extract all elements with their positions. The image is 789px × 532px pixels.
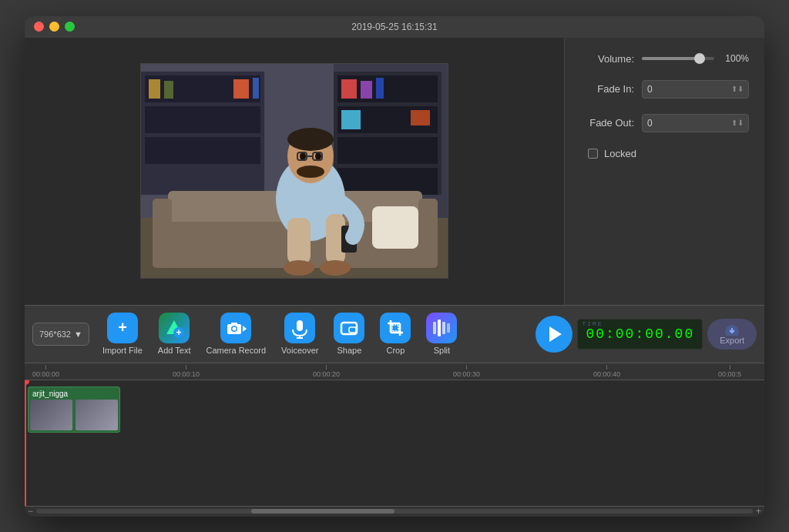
zoom-in-icon[interactable]: + [756,506,761,517]
svg-rect-51 [231,323,237,325]
add-text-icon: + [159,313,190,343]
close-button[interactable] [34,22,44,32]
titlebar: 2019-05-25 16:15:31 [25,16,764,38]
resolution-select[interactable]: 796*632 ▼ [32,323,89,346]
volume-slider-container [642,57,714,60]
svg-rect-8 [376,78,384,99]
fade-out-select[interactable]: 0 ⬆⬇ [642,114,749,132]
minimize-button[interactable] [49,22,59,32]
fade-out-value: 0 [647,118,653,129]
fade-out-label: Fade Out: [580,117,634,129]
timecode-value: 00:00:00.00 [586,326,694,342]
timeline-scrollbar: − + [25,506,764,517]
export-button[interactable]: Export [707,319,757,350]
svg-rect-66 [447,323,450,333]
locked-checkbox[interactable] [588,149,598,159]
svg-rect-64 [438,320,441,336]
mic-icon [284,313,315,343]
svg-rect-65 [442,322,445,334]
svg-rect-15 [145,137,260,164]
svg-rect-19 [253,78,259,99]
svg-rect-25 [153,199,172,268]
svg-point-29 [287,128,334,151]
fade-in-label: Fade In: [580,83,634,95]
timecode-display: TIME 00:00:00.00 [577,319,703,350]
add-text-label: Add Text [158,346,191,355]
svg-point-31 [315,152,321,160]
voiceover-button[interactable]: Voiceover [275,309,324,358]
fade-in-row: Fade In: 0 ⬆⬇ [580,80,749,99]
fade-in-value: 0 [647,84,653,95]
window-controls [34,22,75,32]
camera-record-button[interactable]: Camera Record [200,309,272,358]
timeline-clip[interactable]: arjit_nigga [28,386,120,433]
svg-point-35 [297,166,324,178]
resolution-arrow: ▼ [74,330,82,339]
svg-point-39 [320,260,351,276]
svg-rect-53 [297,320,303,331]
svg-rect-41 [372,206,418,249]
import-label: Import File [102,346,143,355]
timecode-label: TIME [582,320,603,327]
resolution-value: 796*632 [39,330,71,339]
scroll-thumb[interactable] [251,509,394,514]
video-preview [140,63,448,279]
ruler-tick-3: 00:00:30 [453,365,480,378]
shape-icon [334,313,364,343]
window-title: 2019-05-25 16:15:31 [351,22,437,32]
svg-point-50 [233,327,237,331]
shape-button[interactable]: Shape [327,309,371,358]
add-text-button[interactable]: + Add Text [152,309,197,358]
voiceover-label: Voiceover [281,346,318,355]
svg-rect-17 [164,81,173,99]
zoom-out-icon[interactable]: − [28,506,33,517]
preview-area [25,38,564,305]
app-window: 2019-05-25 16:15:31 [25,16,764,517]
svg-rect-23 [168,191,287,214]
ruler-tick-5: 00:00:5 [718,365,741,378]
ruler-tick-2: 00:00:20 [313,365,340,378]
maximize-button[interactable] [65,22,75,32]
import-icon: + [107,313,138,343]
svg-rect-14 [145,106,260,133]
timeline-ruler: 00:00:00 00:00:10 00:00:20 00:00:30 00:0… [25,363,764,380]
split-icon [426,313,457,343]
svg-marker-52 [243,326,247,332]
svg-text:+: + [118,319,127,336]
svg-rect-57 [349,327,356,333]
svg-rect-16 [149,79,160,99]
ruler-tick-0: 00:00:00 [32,365,59,378]
toolbar: 796*632 ▼ + Import File [25,305,764,363]
svg-rect-5 [337,168,438,195]
svg-point-38 [284,260,314,276]
svg-text:+: + [176,327,182,338]
locked-label: Locked [604,148,636,159]
play-button[interactable] [536,316,572,353]
svg-rect-62 [392,325,398,331]
play-controls: TIME 00:00:00.00 Export [536,316,757,353]
import-file-button[interactable]: + Import File [96,309,149,358]
export-icon [724,323,740,336]
fade-out-row: Fade Out: 0 ⬆⬇ [580,114,749,132]
scroll-track[interactable] [36,509,753,514]
volume-row: Volume: 100% [580,53,749,65]
crop-button[interactable]: Crop [374,309,417,358]
svg-rect-63 [433,322,436,334]
volume-value: 100% [722,53,749,64]
ruler-tick-4: 00:00:40 [593,365,620,378]
svg-rect-26 [418,199,438,268]
split-button[interactable]: Split [420,309,463,358]
svg-rect-6 [341,79,357,99]
svg-rect-10 [411,110,430,125]
crop-icon [380,313,411,343]
fade-out-arrow: ⬆⬇ [731,119,744,127]
svg-rect-36 [287,218,311,264]
fade-in-select[interactable]: 0 ⬆⬇ [642,80,749,99]
timecode-wrapper: TIME 00:00:00.00 [577,319,703,350]
svg-rect-4 [337,137,438,164]
camera-label: Camera Record [206,346,266,355]
properties-panel: Volume: 100% Fade In: 0 ⬆⬇ F [564,38,764,305]
volume-slider[interactable] [642,57,714,60]
volume-label: Volume: [580,53,634,65]
playhead [25,380,26,506]
